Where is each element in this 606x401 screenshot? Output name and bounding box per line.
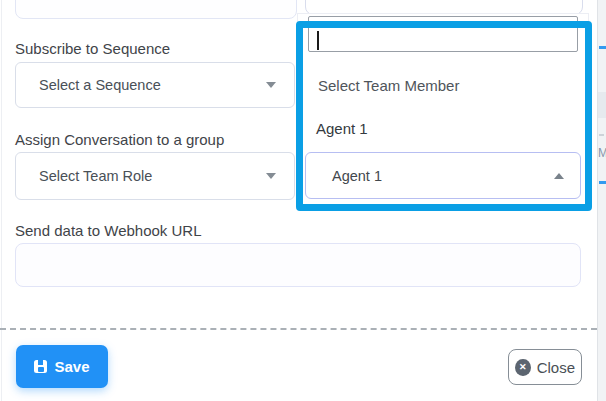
background-page-sliver bbox=[597, 0, 606, 401]
group-select[interactable]: Select Team Role bbox=[15, 152, 295, 200]
dropdown-option-select-team-member[interactable]: Select Team Member bbox=[318, 77, 459, 94]
footer-divider bbox=[0, 328, 597, 330]
background-link-fragment-2 bbox=[599, 181, 606, 184]
dropdown-option-agent-1[interactable]: Agent 1 bbox=[316, 120, 368, 137]
sequence-label: Subscribe to Sequence bbox=[15, 40, 170, 57]
background-link-fragment bbox=[599, 46, 606, 49]
text-cursor bbox=[317, 31, 319, 50]
group-select-value: Select Team Role bbox=[39, 168, 152, 184]
modal-left-edge bbox=[1, 0, 2, 401]
caret-down-icon bbox=[266, 82, 276, 88]
webhook-url-input[interactable] bbox=[15, 243, 581, 287]
save-button[interactable]: Save bbox=[16, 345, 108, 388]
assignment-settings-modal: M Subscribe to Sequence Select a Sequenc… bbox=[0, 0, 606, 401]
sequence-select-value: Select a Sequence bbox=[39, 77, 161, 93]
background-block-fragment bbox=[598, 92, 606, 118]
webhook-label: Send data to Webhook URL bbox=[15, 222, 202, 239]
caret-down-icon bbox=[266, 173, 276, 179]
background-text-fragment bbox=[599, 134, 604, 136]
save-icon bbox=[34, 360, 47, 373]
caret-up-icon bbox=[554, 173, 564, 179]
close-button-label: Close bbox=[537, 359, 575, 376]
sequence-select[interactable]: Select a Sequence bbox=[15, 62, 295, 108]
top-partial-input-left[interactable] bbox=[15, 0, 297, 19]
group-label: Assign Conversation to a group bbox=[15, 131, 224, 148]
save-button-label: Save bbox=[54, 358, 89, 375]
team-member-select[interactable]: Agent 1 bbox=[305, 152, 581, 199]
close-circle-x-icon: ✕ bbox=[515, 359, 531, 376]
team-member-search-input[interactable] bbox=[308, 16, 578, 52]
background-letter-fragment: M bbox=[598, 146, 606, 160]
team-member-select-value: Agent 1 bbox=[332, 168, 382, 184]
close-button[interactable]: ✕ Close bbox=[508, 349, 582, 385]
